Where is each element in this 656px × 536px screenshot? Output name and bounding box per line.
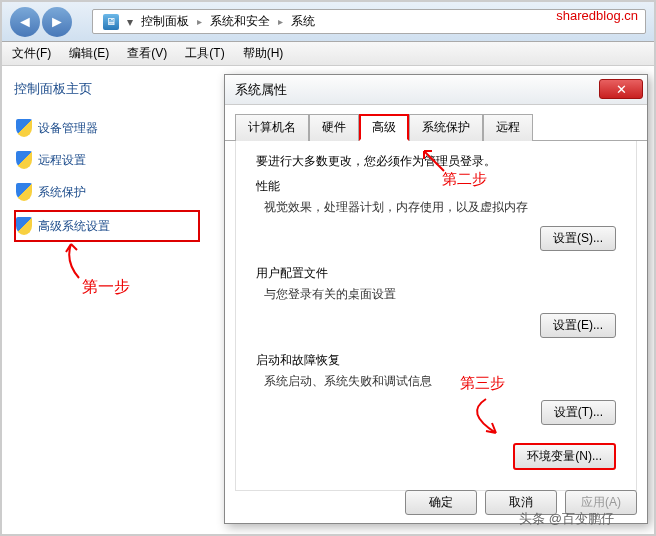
sidebar-item-label: 远程设置 [38, 152, 86, 169]
menu-file[interactable]: 文件(F) [12, 45, 51, 62]
sidebar-item-label: 设备管理器 [38, 120, 98, 137]
settings-profile-button[interactable]: 设置(E)... [540, 313, 616, 338]
settings-performance-button[interactable]: 设置(S)... [540, 226, 616, 251]
tab-computer-name[interactable]: 计算机名 [235, 114, 309, 141]
annotation-step2: 第二步 [442, 170, 487, 189]
chevron-down-icon: ▾ [127, 15, 133, 29]
nav-buttons: ◄ ► [10, 7, 72, 37]
settings-startup-button[interactable]: 设置(T)... [541, 400, 616, 425]
section-title: 启动和故障恢复 [256, 352, 616, 369]
tab-remote[interactable]: 远程 [483, 114, 533, 141]
tab-advanced[interactable]: 高级 [359, 114, 409, 141]
section-startup-recovery: 启动和故障恢复 系统启动、系统失败和调试信息 设置(T)... [256, 352, 616, 425]
environment-variables-button[interactable]: 环境变量(N)... [513, 443, 616, 470]
breadcrumb-item[interactable]: 控制面板 [141, 13, 189, 30]
tab-protection[interactable]: 系统保护 [409, 114, 483, 141]
annotation-arrow-3 [446, 397, 506, 442]
annotation-arrow-1 [59, 240, 91, 280]
sidebar-item-protection[interactable]: 系统保护 [14, 176, 200, 208]
section-performance: 性能 视觉效果，处理器计划，内存使用，以及虚拟内存 设置(S)... [256, 178, 616, 251]
menu-tools[interactable]: 工具(T) [185, 45, 224, 62]
menu-edit[interactable]: 编辑(E) [69, 45, 109, 62]
section-desc: 与您登录有关的桌面设置 [264, 286, 616, 303]
ok-button[interactable]: 确定 [405, 490, 477, 515]
sidebar-item-device-manager[interactable]: 设备管理器 [14, 112, 200, 144]
menu-help[interactable]: 帮助(H) [243, 45, 284, 62]
sidebar-item-advanced[interactable]: 高级系统设置 [14, 210, 200, 242]
computer-icon: 🖥 [103, 14, 119, 30]
menu-view[interactable]: 查看(V) [127, 45, 167, 62]
shield-icon [16, 217, 32, 235]
watermark-bottom: 头条 @百变鹏仔 [519, 510, 614, 528]
dialog-body: 要进行大多数更改，您必须作为管理员登录。 性能 视觉效果，处理器计划，内存使用，… [235, 141, 637, 491]
sidebar-item-label: 高级系统设置 [38, 218, 110, 235]
sidebar: 控制面板主页 设备管理器 远程设置 系统保护 高级系统设置 [2, 66, 212, 534]
annotation-step3: 第三步 [460, 374, 505, 393]
section-desc: 系统启动、系统失败和调试信息 [264, 373, 616, 390]
breadcrumb-item[interactable]: 系统和安全 [210, 13, 270, 30]
system-properties-dialog: 系统属性 ✕ 计算机名 硬件 高级 系统保护 远程 要进行大多数更改，您必须作为… [224, 74, 648, 524]
dialog-title: 系统属性 [225, 75, 647, 105]
shield-icon [16, 151, 32, 169]
menubar: 文件(F) 编辑(E) 查看(V) 工具(T) 帮助(H) [2, 42, 654, 66]
shield-icon [16, 183, 32, 201]
section-desc: 视觉效果，处理器计划，内存使用，以及虚拟内存 [264, 199, 616, 216]
tab-hardware[interactable]: 硬件 [309, 114, 359, 141]
shield-icon [16, 119, 32, 137]
back-button[interactable]: ◄ [10, 7, 40, 37]
watermark-top: sharedblog.cn [556, 8, 638, 23]
sidebar-title[interactable]: 控制面板主页 [14, 80, 200, 98]
section-title: 用户配置文件 [256, 265, 616, 282]
breadcrumb-item[interactable]: 系统 [291, 13, 315, 30]
chevron-right-icon: ▸ [197, 16, 202, 27]
sidebar-item-remote[interactable]: 远程设置 [14, 144, 200, 176]
forward-button[interactable]: ► [42, 7, 72, 37]
tab-strip: 计算机名 硬件 高级 系统保护 远程 [225, 105, 647, 141]
section-user-profile: 用户配置文件 与您登录有关的桌面设置 设置(E)... [256, 265, 616, 338]
section-title: 性能 [256, 178, 616, 195]
close-button[interactable]: ✕ [599, 79, 643, 99]
chevron-right-icon: ▸ [278, 16, 283, 27]
sidebar-item-label: 系统保护 [38, 184, 86, 201]
annotation-step1: 第一步 [82, 277, 130, 298]
